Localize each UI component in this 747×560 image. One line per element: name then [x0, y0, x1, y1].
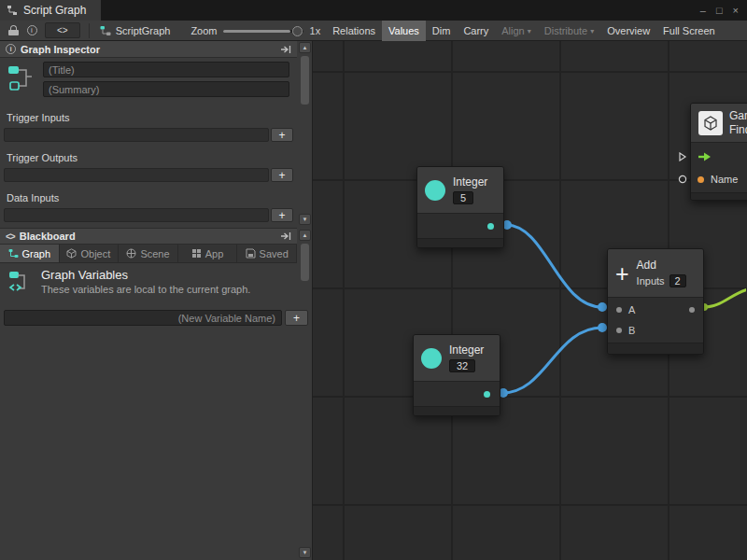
- add-trigger-input-button[interactable]: +: [271, 128, 293, 142]
- wire-integer-a-to-add[interactable]: [506, 225, 602, 307]
- blackboard-scrollbar[interactable]: ▲ ▼: [299, 230, 311, 558]
- integer-value-field[interactable]: 32: [449, 359, 475, 372]
- distribute-button[interactable]: Distribute▾: [538, 21, 600, 41]
- add-trigger-output-button[interactable]: +: [271, 168, 293, 182]
- control-input-port[interactable]: [678, 152, 687, 163]
- main-area: i Graph Inspector Trigger Inputs + Trigg…: [0, 41, 747, 560]
- integer-node-5[interactable]: Integer 5: [416, 166, 504, 248]
- node-header: GameObject Find: [691, 104, 747, 143]
- dim-button[interactable]: Dim: [426, 21, 458, 41]
- add-data-input-button[interactable]: +: [271, 208, 293, 222]
- dock-icon[interactable]: [280, 45, 291, 54]
- zoom-slider-fill: [223, 30, 290, 33]
- output-port[interactable]: [487, 223, 494, 230]
- title-field[interactable]: [43, 62, 289, 77]
- overview-button[interactable]: Overview: [600, 21, 656, 41]
- scroll-up-icon[interactable]: ▲: [299, 42, 311, 53]
- node-title: GameObject: [729, 109, 747, 122]
- value-input-port[interactable]: [678, 175, 687, 186]
- inspector-scrollbar[interactable]: ▲ ▼: [299, 42, 311, 225]
- tab-app[interactable]: App: [178, 245, 238, 262]
- input-port-b[interactable]: [616, 328, 622, 333]
- graph-icon: [8, 248, 19, 259]
- empty-list: [4, 128, 269, 142]
- graph-breadcrumb[interactable]: ScriptGraph: [100, 25, 171, 36]
- minimize-icon[interactable]: –: [700, 5, 706, 16]
- node-title: Integer: [449, 343, 484, 357]
- sum-output-port[interactable]: [689, 307, 695, 313]
- node-body: Name: [691, 143, 747, 192]
- graph-variables-title: Graph Variables: [41, 268, 128, 282]
- inputs-label: Inputs: [637, 275, 665, 287]
- trigger-outputs-list: +: [4, 168, 293, 182]
- tab-object[interactable]: Object: [60, 245, 120, 262]
- graph-canvas[interactable]: Integer 5 Integer 32: [313, 41, 747, 560]
- window-tab[interactable]: Script Graph: [0, 0, 101, 21]
- trigger-inputs-label: Trigger Inputs: [7, 112, 69, 123]
- zoom-slider-handle[interactable]: [292, 26, 303, 36]
- port-b-label: B: [628, 325, 635, 336]
- node-header: + Add Inputs 2: [608, 249, 703, 298]
- relations-button[interactable]: Relations: [326, 21, 382, 41]
- code-icon: <>: [6, 231, 15, 242]
- toolbar: i <> ScriptGraph Zoom 1x Relations Value…: [0, 21, 747, 41]
- window-tab-label: Script Graph: [23, 4, 86, 17]
- integer-node-32[interactable]: Integer 32: [413, 334, 500, 416]
- wire-endpoint: [598, 302, 607, 312]
- scrollbar-thumb[interactable]: [301, 56, 309, 105]
- add-node[interactable]: + Add Inputs 2 A: [607, 248, 704, 355]
- values-button[interactable]: Values: [382, 21, 426, 41]
- node-body: A B: [608, 298, 703, 343]
- info-icon: i: [6, 44, 16, 54]
- scroll-down-icon[interactable]: ▼: [299, 214, 311, 225]
- tab-graph[interactable]: Graph: [0, 245, 60, 262]
- close-icon[interactable]: ×: [733, 5, 739, 16]
- port-row-a: A: [608, 300, 703, 320]
- input-port-a[interactable]: [616, 307, 622, 313]
- tab-saved[interactable]: Saved: [237, 245, 297, 262]
- new-variable-input[interactable]: [4, 310, 282, 326]
- align-button[interactable]: Align▾: [495, 21, 537, 41]
- data-inputs-list: +: [4, 208, 293, 222]
- script-graph-window: Script Graph – □ × i <> ScriptGraph Zoom…: [0, 0, 747, 560]
- data-inputs-label: Data Inputs: [7, 192, 59, 203]
- lock-icon: [8, 25, 19, 35]
- titlebar: Script Graph – □ ×: [0, 0, 747, 21]
- carry-button[interactable]: Carry: [457, 21, 495, 41]
- trigger-inputs-list: +: [4, 128, 293, 142]
- wire-integer-b-to-add[interactable]: [502, 328, 602, 393]
- code-view-button[interactable]: <>: [45, 22, 80, 38]
- summary-field[interactable]: [43, 81, 289, 97]
- string-port-dot[interactable]: [698, 176, 704, 183]
- gameobject-find-node[interactable]: GameObject Find: [690, 103, 747, 201]
- blackboard-title: Blackboard: [20, 231, 76, 242]
- integer-icon: [425, 180, 445, 201]
- dock-icon[interactable]: [280, 231, 291, 241]
- toolbar-separator: [89, 23, 90, 38]
- sidebar: i Graph Inspector Trigger Inputs + Trigg…: [0, 41, 313, 560]
- scroll-up-icon[interactable]: ▲: [299, 230, 311, 241]
- empty-list: [4, 168, 269, 182]
- window-controls: – □ ×: [700, 0, 747, 21]
- scroll-down-icon[interactable]: ▼: [299, 547, 311, 558]
- integer-icon: [421, 348, 442, 369]
- zoom-slider[interactable]: [223, 30, 303, 33]
- script-graph-asset-icon: [100, 25, 111, 36]
- full-screen-button[interactable]: Full Screen: [656, 21, 722, 41]
- node-footer: [691, 192, 747, 200]
- inputs-count-field[interactable]: 2: [669, 274, 686, 287]
- lock-button[interactable]: [4, 21, 22, 41]
- node-title: Add: [637, 259, 686, 272]
- name-port-label: Name: [711, 174, 738, 185]
- tab-scene[interactable]: Scene: [119, 245, 178, 262]
- info-icon: i: [27, 25, 37, 35]
- integer-value-field[interactable]: 5: [453, 191, 473, 204]
- control-port-row: [691, 146, 747, 168]
- maximize-icon[interactable]: □: [716, 5, 723, 16]
- inspect-button[interactable]: i: [22, 21, 41, 41]
- wire-add-output[interactable]: [704, 289, 746, 307]
- gameobject-icon: [698, 111, 723, 135]
- save-disk-icon: [246, 248, 256, 259]
- output-port[interactable]: [484, 391, 490, 398]
- scrollbar-thumb[interactable]: [301, 244, 309, 281]
